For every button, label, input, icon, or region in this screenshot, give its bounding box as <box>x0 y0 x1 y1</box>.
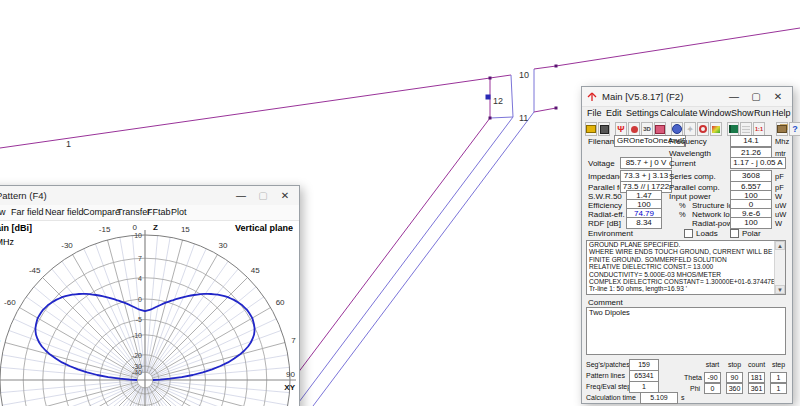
menu-help[interactable]: Help <box>772 108 791 118</box>
current-label: Current <box>669 159 696 168</box>
scroll-down-icon[interactable]: ▼ <box>775 285 785 294</box>
svg-text:-20: -20 <box>132 352 142 359</box>
swr-label: S.W.R.50 <box>588 192 622 201</box>
phi-label: Phi <box>690 385 700 392</box>
svg-text:-15: -15 <box>99 225 111 234</box>
theta-count[interactable]: 181 <box>748 372 765 383</box>
theta-step[interactable]: 1 <box>770 372 787 383</box>
environment-label: Environment <box>588 229 633 238</box>
series-comp-label: Series comp. <box>669 172 716 181</box>
menu-plot[interactable]: Plot <box>171 207 187 217</box>
phi-stop[interactable]: 360 <box>726 383 743 394</box>
menu-window[interactable]: Window <box>699 108 731 118</box>
environment-textarea[interactable]: GROUND PLANE SPECIFIED. WHERE WIRE ENDS … <box>586 240 786 295</box>
svg-text:4: 4 <box>138 275 142 282</box>
main-title: Main [V5.8.17] (F2) <box>602 91 683 102</box>
loads-checkbox-label: Loads <box>696 229 718 238</box>
main-window: Main [V5.8.17] (F2) — ▢ ✕ File Edit Sett… <box>581 86 793 404</box>
pattern-lines-label: Pattern lines <box>586 372 625 379</box>
surface-plot-icon[interactable] <box>710 122 722 136</box>
comment-text: Two Dipoles <box>587 308 785 317</box>
close-icon[interactable]: ✕ <box>767 87 789 106</box>
voltage-label: Voltage <box>588 159 615 168</box>
freq-steps-label: Freq/Eval steps <box>586 383 635 390</box>
minimize-icon[interactable]: — <box>230 186 252 205</box>
phi-start[interactable]: 0 <box>704 383 721 394</box>
svg-text:0: 0 <box>133 223 138 232</box>
main-titlebar[interactable]: Main [V5.8.17] (F2) — ▢ ✕ <box>582 87 792 107</box>
minimize-icon[interactable]: — <box>723 87 745 106</box>
antenna-run-icon[interactable]: Ψ <box>615 122 627 136</box>
menu-run[interactable]: Run <box>754 108 771 118</box>
impedance-icon[interactable] <box>628 122 640 136</box>
svg-text:Z: Z <box>153 223 158 232</box>
svg-text:-60: -60 <box>4 298 16 307</box>
menu-show[interactable]: Show <box>731 108 754 118</box>
close-icon[interactable]: ✕ <box>274 186 296 205</box>
svg-text:30: 30 <box>219 241 228 250</box>
theta-stop[interactable]: 90 <box>726 372 743 383</box>
env-line: CONDUCTIVITY= 5.000E-03 MHOS/METER <box>587 271 785 278</box>
svg-text:60: 60 <box>276 298 285 307</box>
comment-textarea[interactable]: Two Dipoles <box>586 307 786 355</box>
folders-icon[interactable] <box>776 122 788 136</box>
env-line: Tr-line 1: 50 ohms, length=16.93 ' <box>587 285 785 292</box>
edit-notepad-icon[interactable] <box>654 122 666 136</box>
open-file-icon[interactable] <box>585 122 597 136</box>
loads-checkbox[interactable] <box>684 229 693 238</box>
calc-time-value: 5.109 <box>640 392 678 404</box>
desktop: { "geometry": { "colors": {"wire":"#9933… <box>0 0 800 406</box>
menu-settings[interactable]: Settings <box>626 108 659 118</box>
copy-sheets-icon[interactable] <box>598 122 610 136</box>
notebook-icon[interactable] <box>727 122 739 136</box>
menu-calculate[interactable]: Calculate <box>660 108 698 118</box>
scroll-up-icon[interactable]: ▲ <box>775 241 785 250</box>
theta-start[interactable]: -90 <box>704 372 721 383</box>
efficiency-label: Efficiency <box>588 201 622 210</box>
menu-far-field[interactable]: Far field <box>11 207 44 217</box>
voltage-value[interactable]: 85.7 + j 0 V <box>620 157 672 169</box>
menu-near-field[interactable]: Near field <box>45 207 84 217</box>
smith-chart-icon[interactable] <box>697 122 709 136</box>
svg-text:90: 90 <box>286 370 295 379</box>
pattern-title: Pattern (F4) <box>0 190 47 201</box>
phi-count[interactable]: 361 <box>748 383 765 394</box>
env-line: WHERE WIRE ENDS TOUCH GROUND, CURRENT WI… <box>587 248 785 255</box>
phi-step[interactable]: 1 <box>770 383 787 394</box>
radiat-eff-label: Radiat-eff. <box>588 210 625 219</box>
rdf-value: 8.34 <box>626 217 662 229</box>
sweep-hdr-stop: stop <box>726 361 743 368</box>
svg-text:10: 10 <box>519 70 529 80</box>
menu-edit[interactable]: Edit <box>606 108 622 118</box>
menu-show[interactable]: Show <box>0 207 6 217</box>
svg-text:15: 15 <box>181 225 190 234</box>
radiat-power-value: 100 <box>730 217 772 229</box>
far-field-globe-icon[interactable] <box>671 122 683 136</box>
help-icon[interactable]: ? <box>789 122 800 136</box>
wavelength-label: Wavelength <box>669 149 711 158</box>
structure-loss-unit: uW <box>775 201 786 210</box>
menu-compare[interactable]: Compare <box>83 207 120 217</box>
svg-text:-45: -45 <box>29 266 41 275</box>
maximize-icon[interactable]: ▢ <box>252 186 274 205</box>
calc-time-unit: s <box>681 394 685 401</box>
maximize-icon[interactable]: ▢ <box>745 87 767 106</box>
menu-file[interactable]: File <box>587 108 602 118</box>
polar-checkbox[interactable] <box>730 229 739 238</box>
svg-text:-30: -30 <box>61 241 73 250</box>
menu-transfer[interactable]: Transfer <box>117 207 150 217</box>
frequency-input[interactable]: 14.1 <box>730 135 772 147</box>
env-line: FINITE GROUND. SOMMERFELD SOLUTION <box>587 256 785 263</box>
pattern-titlebar[interactable]: Pattern (F4) — ▢ ✕ <box>0 186 299 206</box>
scale-1to1-icon[interactable]: 1:1 <box>753 122 765 136</box>
svg-text:1: 1 <box>66 139 71 149</box>
svg-text:-10: -10 <box>132 332 142 339</box>
menu-fftab[interactable]: FFtab <box>147 207 171 217</box>
3d-view-icon[interactable]: 3D <box>641 122 653 136</box>
parallel-comp-label: Parallel comp. <box>669 183 720 192</box>
sweep-hdr-count: count <box>748 361 765 368</box>
env-scrollbar[interactable]: ▲ ▼ <box>774 241 785 294</box>
current-value: 1.17 - j 0.05 A <box>730 157 786 169</box>
radiat-eff-unit: % <box>679 210 686 219</box>
near-field-icon-disabled: ✦ <box>684 122 696 136</box>
